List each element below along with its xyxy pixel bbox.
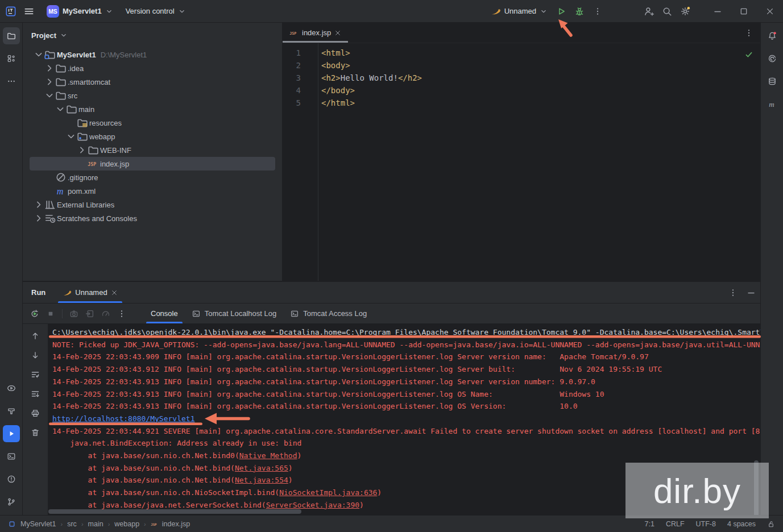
debug-button[interactable] (570, 3, 589, 20)
profiler-button[interactable] (98, 306, 113, 321)
attach-debugger-button[interactable] (82, 306, 97, 321)
stack-trace-link[interactable]: Net.java:565 (235, 464, 288, 472)
clear-all-button[interactable] (28, 425, 43, 440)
tool-window-build-button[interactable] (3, 402, 20, 419)
project-panel-header[interactable]: Project (23, 23, 282, 48)
breadcrumb-item[interactable]: JSPindex.jsp (151, 520, 190, 528)
prev-occurrence-button[interactable] (28, 329, 43, 343)
thread-dump-button[interactable] (67, 306, 81, 321)
tab-tomcat-access-log[interactable]: Tomcat Access Log (283, 304, 374, 323)
more-actions-button[interactable] (114, 306, 129, 321)
chevron-closed-icon[interactable] (76, 144, 88, 156)
project-widget[interactable]: MS MyServlet1 (42, 2, 118, 20)
code-with-me-button[interactable] (640, 3, 658, 20)
breadcrumb-item[interactable]: src (67, 520, 77, 528)
maximize-window-button[interactable] (731, 0, 757, 23)
tool-window-services-button[interactable] (3, 380, 20, 397)
console-line: NOTE: Picked up JDK_JAVA_OPTIONS: --add-… (52, 339, 760, 351)
editor-code[interactable]: <html><body><h2>Hello World!</h2></body>… (318, 43, 760, 281)
run-window-options-button[interactable] (724, 282, 742, 303)
stack-trace-link[interactable]: NioSocketImpl.java:636 (279, 488, 377, 497)
rerun-button[interactable] (27, 306, 42, 321)
tree-item-src[interactable]: src (30, 89, 275, 102)
horizontal-scrollbar[interactable] (48, 509, 301, 514)
tool-window-ai-assistant-button[interactable] (764, 50, 781, 67)
tree-item--smarttomcat[interactable]: .smarttomcat (30, 75, 275, 89)
tree-item-main[interactable]: main (30, 102, 275, 116)
chevron-closed-icon[interactable] (44, 76, 55, 88)
breadcrumb-label: index.jsp (162, 520, 190, 528)
tool-window-version-control-button[interactable] (3, 493, 20, 510)
tool-window-project-button[interactable] (3, 27, 20, 44)
tree-item-label: MyServlet1 (57, 51, 96, 59)
soft-wrap-button[interactable] (28, 367, 43, 382)
run-configuration-widget[interactable]: Unnamed (486, 4, 552, 19)
close-tab-icon[interactable] (334, 30, 341, 36)
editor-options-button[interactable] (744, 23, 760, 43)
chevron-open-icon[interactable] (44, 90, 55, 101)
status-file-encoding[interactable]: UTF-8 (696, 520, 716, 528)
inspections-ok-icon[interactable] (744, 50, 753, 59)
editor-tab-index-jsp[interactable]: JSP index.jsp (283, 23, 348, 43)
chevron-open-icon[interactable] (65, 131, 77, 142)
code-line: </body> (321, 84, 760, 97)
status-line-separator[interactable]: CRLF (666, 520, 685, 528)
breadcrumb-item[interactable]: webapp (114, 520, 139, 528)
more-run-options-button[interactable] (589, 3, 607, 20)
tab-tomcat-localhost-log[interactable]: Tomcat Localhost Log (185, 304, 283, 323)
console-line: at java.base/sun.nio.ch.Net.bind0(Native… (52, 450, 760, 462)
tool-window-notifications-button[interactable] (764, 27, 781, 44)
chevron-closed-icon[interactable] (33, 199, 44, 210)
close-tab-icon[interactable] (111, 289, 118, 296)
tool-window-database-button[interactable] (764, 73, 781, 90)
editor-body[interactable]: 12345 <html><body><h2>Hello World!</h2><… (283, 43, 760, 281)
vcs-widget[interactable]: Version control (121, 4, 190, 18)
console-toolbar (23, 324, 48, 515)
unlock-icon[interactable] (767, 520, 775, 528)
main-menu-button[interactable] (19, 3, 39, 19)
tool-window-terminal-button[interactable] (3, 448, 20, 465)
close-window-button[interactable] (757, 0, 783, 23)
status-caret-position[interactable]: 7:1 (645, 520, 654, 528)
tree-item-resources[interactable]: resources (30, 116, 275, 130)
run-tab-unnamed[interactable]: Unnamed (57, 282, 123, 303)
tree-item-index-jsp[interactable]: JSPindex.jsp (30, 157, 275, 171)
run-button[interactable] (552, 3, 570, 20)
tool-window-problems-button[interactable] (3, 471, 20, 488)
hide-run-window-button[interactable] (742, 282, 760, 303)
chevron-closed-icon[interactable] (33, 213, 44, 224)
tree-item--idea[interactable]: .idea (30, 61, 275, 75)
tool-window-maven-button[interactable]: m (764, 95, 781, 113)
status-indent-style[interactable]: 4 spaces (727, 520, 756, 528)
tree-item-external-libraries[interactable]: External Libraries (30, 198, 275, 211)
next-occurrence-button[interactable] (28, 348, 43, 363)
stop-button[interactable] (43, 306, 58, 321)
scroll-to-end-button[interactable] (28, 386, 43, 401)
console-url-link[interactable]: http://localhost:8080/MyServlet1 (52, 414, 194, 423)
breadcrumb-item[interactable]: main (88, 520, 103, 528)
stack-trace-link[interactable]: ServerSocket.java:390 (266, 501, 359, 509)
tool-window-run-button[interactable] (3, 425, 20, 442)
tree-item--gitignore[interactable]: .gitignore (30, 171, 275, 184)
settings-button[interactable] (676, 3, 694, 20)
chevron-closed-icon[interactable] (44, 63, 55, 74)
thread-dump-icon (69, 309, 78, 318)
tree-item-myservlet1[interactable]: MyServlet1D:\MyServlet1 (30, 48, 275, 61)
tool-window-structure-button[interactable] (3, 50, 20, 67)
chevron-open-icon[interactable] (33, 49, 44, 60)
print-button[interactable] (28, 406, 43, 421)
tool-window-more-tool-windows-button[interactable] (3, 73, 20, 90)
chevron-open-icon[interactable] (55, 103, 66, 115)
breadcrumb-item[interactable]: MyServlet1 (20, 520, 56, 528)
search-everywhere-button[interactable] (658, 3, 676, 20)
tree-item-webapp[interactable]: webapp (30, 130, 275, 143)
debug-icon (574, 6, 585, 16)
stack-trace-link[interactable]: Native Method (239, 451, 297, 460)
run-window-title: Run (23, 282, 57, 303)
tab-console[interactable]: Console (144, 304, 185, 323)
minimize-window-button[interactable] (705, 0, 731, 23)
tree-item-web-inf[interactable]: WEB-INF (30, 143, 275, 157)
tree-item-scratches-and-consoles[interactable]: Scratches and Consoles (30, 211, 275, 225)
stack-trace-link[interactable]: Net.java:554 (235, 476, 288, 484)
tree-item-pom-xml[interactable]: mpom.xml (30, 184, 275, 198)
